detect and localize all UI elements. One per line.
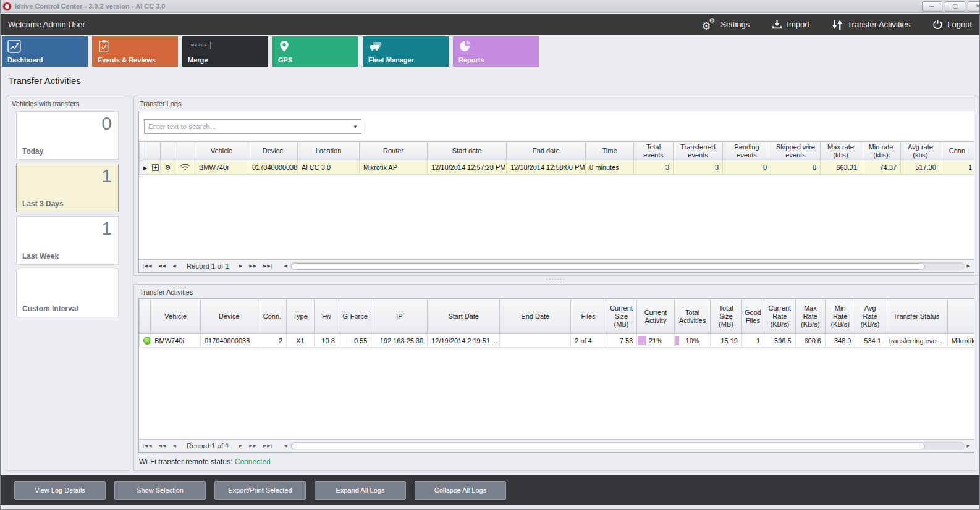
card-last-3-days[interactable]: 1 Last 3 Days xyxy=(16,164,119,212)
nav-tiles: Dashboard Events & Reviews MERGE Merge G… xyxy=(2,36,539,67)
tile-gps[interactable]: GPS xyxy=(272,36,358,67)
transfer-activities-panel: Transfer Activities Vehicle Device Conn.… xyxy=(133,284,978,471)
last-record-button[interactable]: ▶▶| xyxy=(263,264,273,269)
transfer-arrows-icon xyxy=(832,19,843,30)
window-title: Idrive Control Center - 3.0.2 version - … xyxy=(15,2,166,10)
prev-record-button[interactable]: ◀ xyxy=(172,264,176,269)
chevron-down-icon[interactable]: ▼ xyxy=(350,124,361,130)
minimize-button[interactable]: ─ xyxy=(922,1,942,12)
app-logo-icon xyxy=(3,2,11,10)
merge-badge-icon: MERGE xyxy=(188,40,211,53)
tile-fleet-manager[interactable]: Fleet Manager xyxy=(363,36,449,67)
card-today[interactable]: 0 Today xyxy=(16,111,119,160)
transfer-logs-header-row: Vehicle Device Location Router Start dat… xyxy=(140,142,975,161)
line-chart-icon xyxy=(7,40,21,53)
transfer-activity-row[interactable]: BMW740i 017040000038 2 X1 10.8 0.55 192.… xyxy=(140,334,975,348)
title-bar: Idrive Control Center - 3.0.2 version - … xyxy=(1,0,979,13)
settings-button[interactable]: ⚙⚙ Settings xyxy=(701,19,750,31)
maximize-button[interactable]: ▢ xyxy=(945,1,965,12)
search-input[interactable] xyxy=(145,123,350,130)
scroll-left-icon[interactable]: ◀ xyxy=(284,264,287,269)
last-record-button[interactable]: ▶▶| xyxy=(263,443,273,448)
transfer-activities-header-row: Vehicle Device Conn. Type Fw G-Force IP … xyxy=(140,299,975,334)
wifi-transfer-status: Wi-Fi transfer remote status: Connected xyxy=(139,458,271,466)
export-print-selected-button[interactable]: Export/Print Selected xyxy=(214,481,306,500)
close-button[interactable]: ✕ xyxy=(968,1,980,12)
transfer-logs-table: Vehicle Device Location Router Start dat… xyxy=(139,141,974,175)
horizontal-scrollbar[interactable] xyxy=(290,442,965,450)
fleet-trucks-icon xyxy=(368,40,384,53)
record-status: Record 1 of 1 xyxy=(187,442,229,449)
transfer-activities-title: Transfer Activities xyxy=(134,285,978,296)
expand-all-logs-button[interactable]: Expand All Logs xyxy=(315,481,406,500)
transfer-logs-title: Transfer Logs xyxy=(134,96,978,107)
prev-page-button[interactable]: ◀◀ xyxy=(159,443,167,448)
first-record-button[interactable]: |◀◀ xyxy=(143,443,153,448)
map-pin-icon xyxy=(278,40,290,53)
current-activity-progress: 21% xyxy=(637,334,675,348)
app-window: Idrive Control Center - 3.0.2 version - … xyxy=(0,0,980,510)
next-record-button[interactable]: ▶ xyxy=(239,443,243,448)
sidebar-title: Vehicles with transfers xyxy=(6,96,129,107)
transfer-logs-grid: ▼ Vehicle Device Location Router S xyxy=(138,111,974,273)
prev-page-button[interactable]: ◀◀ xyxy=(159,264,167,269)
transfer-logs-record-navigator: |◀◀ ◀◀ ◀ Record 1 of 1 ▶ ▶▶ ▶▶| ◀ ▶ xyxy=(139,259,974,272)
gear-status-icon: ⚙ xyxy=(161,161,175,174)
transfer-logs-panel: Transfer Logs ▼ Vehicle xyxy=(133,96,978,276)
show-selection-button[interactable]: Show Selection xyxy=(114,481,206,500)
panel-splitter[interactable]: ::::::: xyxy=(133,277,978,284)
transfer-activities-button[interactable]: Transfer Activities xyxy=(832,19,910,30)
first-record-button[interactable]: |◀◀ xyxy=(143,264,153,269)
wifi-status-value: Connected xyxy=(235,458,271,466)
connected-status-icon xyxy=(143,337,151,345)
next-page-button[interactable]: ▶▶ xyxy=(249,443,257,448)
power-icon xyxy=(932,19,943,30)
scroll-left-icon[interactable]: ◀ xyxy=(284,443,287,448)
scrollbar-thumb[interactable] xyxy=(291,263,925,270)
card-custom-interval[interactable]: Custom Interval xyxy=(16,269,119,317)
gears-icon: ⚙⚙ xyxy=(701,19,716,31)
transfer-activities-grid: Vehicle Device Conn. Type Fw G-Force IP … xyxy=(138,298,974,453)
welcome-text: Welcome Admin User xyxy=(8,20,85,29)
expand-row-icon[interactable]: + xyxy=(152,164,159,171)
footer-toolbar: View Log Details Show Selection Export/P… xyxy=(1,475,979,505)
tile-events-reviews[interactable]: Events & Reviews xyxy=(92,36,178,67)
scrollbar-thumb[interactable] xyxy=(291,443,925,449)
tile-reports[interactable]: Reports xyxy=(453,36,539,67)
page-title: Transfer Activities xyxy=(8,75,81,86)
collapse-all-logs-button[interactable]: Collapse All Logs xyxy=(415,481,506,500)
row-indicator-icon: ▶ xyxy=(143,165,147,171)
prev-record-button[interactable]: ◀ xyxy=(172,443,176,448)
transfer-activities-record-navigator: |◀◀ ◀◀ ◀ Record 1 of 1 ▶ ▶▶ ▶▶| ◀ ▶ xyxy=(139,439,974,452)
transfer-activities-table: Vehicle Device Conn. Type Fw G-Force IP … xyxy=(139,299,974,348)
card-last-week[interactable]: 1 Last Week xyxy=(16,216,119,265)
next-record-button[interactable]: ▶ xyxy=(239,264,243,269)
scroll-right-icon[interactable]: ▶ xyxy=(967,443,970,448)
tile-merge[interactable]: MERGE Merge xyxy=(182,36,268,67)
import-icon xyxy=(772,19,782,30)
vehicles-with-transfers-panel: Vehicles with transfers 0 Today 1 Last 3… xyxy=(6,96,129,471)
clipboard-check-icon xyxy=(98,40,110,53)
search-combo: ▼ xyxy=(144,119,361,134)
wifi-icon xyxy=(175,161,195,174)
horizontal-scrollbar[interactable] xyxy=(290,262,965,270)
total-activities-progress: 10% xyxy=(674,334,711,348)
tile-dashboard[interactable]: Dashboard xyxy=(2,36,88,67)
logout-button[interactable]: Logout xyxy=(932,19,972,30)
record-status: Record 1 of 1 xyxy=(187,262,229,270)
next-page-button[interactable]: ▶▶ xyxy=(249,264,257,269)
scroll-right-icon[interactable]: ▶ xyxy=(967,264,970,269)
import-button[interactable]: Import xyxy=(772,19,809,30)
view-log-details-button[interactable]: View Log Details xyxy=(14,481,106,500)
top-bar: Welcome Admin User ⚙⚙ Settings Import Tr… xyxy=(1,14,979,35)
pie-chart-icon xyxy=(458,40,472,53)
transfer-log-row[interactable]: ▶ + ⚙ BMW740i 017040000038 Al CC 3.0 Mik… xyxy=(140,161,975,174)
